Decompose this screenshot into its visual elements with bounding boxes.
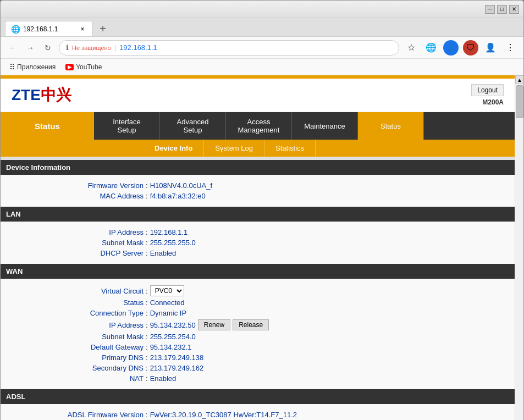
nav-item-status-left[interactable]: Status [1, 112, 94, 140]
adsl-fw-value: FwVer:3.20.19.0_TC3087 HwVer:T14.F7_11.2 [150, 411, 297, 419]
back-button[interactable]: ← [6, 41, 19, 54]
nav-status-right-label: Status [380, 122, 401, 130]
device-info-header: Device Information [1, 160, 515, 175]
new-tab-button[interactable]: + [95, 21, 111, 36]
tab-close-button[interactable]: × [78, 25, 87, 34]
gateway-label: Default Gateway [56, 343, 144, 351]
router-header: ZTE中兴 Logout M200A [1, 79, 515, 112]
lan-subnet-label: Subnet Mask [56, 239, 144, 247]
wan-ip-row: IP Address : 95.134.232.50 Renew Release [56, 318, 504, 331]
gateway-value: 95.134.232.1 [150, 343, 192, 351]
window-controls[interactable]: ─ □ ✕ [485, 5, 519, 14]
dns2-label: Secondary DNS [56, 364, 144, 372]
header-right: Logout M200A [471, 84, 504, 106]
apps-grid-icon: ⠿ [9, 63, 15, 71]
nat-value: Enabled [150, 374, 176, 383]
security-label: Не защищено [72, 45, 111, 51]
title-bar: ─ □ ✕ [1, 1, 523, 18]
lan-ip-label: IP Address [56, 228, 144, 236]
bookmark-youtube[interactable]: ▶ YouTube [62, 62, 105, 72]
release-button[interactable]: Release [233, 319, 269, 330]
url-domain: 192.168.1.1 [119, 43, 157, 52]
nav-item-status-right[interactable]: Status [358, 112, 424, 140]
wan-content: Virtual Circuit : PVC0 Status : Connecte… [1, 279, 515, 389]
profile-icon-1[interactable]: 👤 [443, 40, 459, 56]
adsl-header: ADSL [1, 389, 515, 404]
lan-subnet-value: 255.255.255.0 [150, 239, 196, 247]
vc-select[interactable]: PVC0 [150, 285, 184, 296]
scroll-track [515, 119, 523, 420]
lan-dhcp-value: Enabled [150, 249, 176, 257]
url-bar[interactable]: ℹ Не защищено | 192.168.1.1 [59, 40, 399, 56]
vc-row: Virtual Circuit : PVC0 [56, 284, 504, 297]
sub-nav: Device Info System Log Statistics [1, 140, 515, 157]
youtube-icon: ▶ [65, 64, 74, 70]
model-name: M200A [482, 98, 504, 106]
wan-header: WAN [1, 264, 515, 279]
firmware-value: H108NV4.0.0cUA_f [150, 181, 212, 190]
nat-row: NAT : Enabled [56, 373, 504, 384]
subnav-device-info[interactable]: Device Info [144, 140, 204, 157]
lan-content: IP Address : 192.168.1.1 Subnet Mask : 2… [1, 222, 515, 264]
nav-item-maintenance[interactable]: Maintenance [292, 112, 358, 140]
gateway-row: Default Gateway : 95.134.232.1 [56, 342, 504, 352]
bookmarks-bar: ⠿ Приложения ▶ YouTube [1, 59, 523, 75]
wan-status-row: Status : Connected [56, 297, 504, 308]
wan-subnet-row: Subnet Mask : 255.255.254.0 [56, 331, 504, 342]
conn-type-label: Connection Type [56, 309, 144, 317]
forward-button[interactable]: → [24, 41, 37, 54]
maximize-button[interactable]: □ [497, 5, 507, 14]
wan-ip-label: IP Address [56, 321, 144, 329]
conn-type-value: Dynamic IP [150, 309, 186, 317]
reload-button[interactable]: ↻ [41, 41, 54, 54]
wan-label: WAN [6, 267, 23, 275]
wan-subnet-value: 255.255.254.0 [150, 333, 196, 341]
url-divider: | [114, 43, 116, 52]
nav-maintenance-label: Maintenance [304, 122, 345, 130]
profile-icon-2[interactable]: 👤 [483, 40, 498, 56]
nav-interface-label: InterfaceSetup [113, 118, 141, 134]
main-nav: Status InterfaceSetup AdvancedSetup Acce… [1, 112, 515, 140]
mac-row: MAC Address : f4:b8:a7:a3:32:e0 [56, 191, 504, 201]
dns2-value: 213.179.249.162 [150, 364, 204, 372]
bookmark-apps[interactable]: ⠿ Приложения [6, 62, 59, 73]
scroll-up-button[interactable]: ▲ [515, 75, 523, 84]
menu-icon[interactable]: ⋮ [503, 40, 518, 56]
nav-item-access[interactable]: AccessManagement [226, 112, 292, 140]
browser-tab[interactable]: 🌐 192.168.1.1 × [5, 21, 93, 36]
adsl-content: ADSL Firmware Version : FwVer:3.20.19.0_… [1, 404, 515, 420]
toolbar-icons: ☆ 🌐 👤 🛡 👤 ⋮ [404, 40, 518, 56]
page-content: ZTE中兴 Logout M200A Status InterfaceSetup… [1, 75, 523, 420]
dns2-row: Secondary DNS : 213.179.249.162 [56, 363, 504, 373]
tab-title: 192.168.1.1 [23, 25, 58, 33]
subnav-statistics[interactable]: Statistics [264, 140, 316, 157]
renew-button[interactable]: Renew [198, 319, 230, 330]
wan-status-value: Connected [150, 299, 185, 307]
nav-item-advanced[interactable]: AdvancedSetup [160, 112, 226, 140]
dns1-row: Primary DNS : 213.179.249.138 [56, 352, 504, 363]
subnav-system-log[interactable]: System Log [204, 140, 264, 157]
tab-favicon-icon: 🌐 [11, 25, 20, 34]
adsl-fw-row: ADSL Firmware Version : FwVer:3.20.19.0_… [56, 410, 504, 420]
nat-label: NAT [56, 374, 144, 383]
scrollbar[interactable]: ▲ ▼ [515, 75, 523, 420]
lan-ip-value: 192.168.1.1 [150, 228, 188, 236]
apps-label: Приложения [17, 63, 56, 71]
shield-icon[interactable]: 🛡 [463, 40, 478, 56]
firmware-label: Firmware Version [56, 181, 144, 190]
adsl-fw-label: ADSL Firmware Version [56, 411, 144, 419]
nav-item-interface[interactable]: InterfaceSetup [94, 112, 160, 140]
globe-icon[interactable]: 🌐 [423, 40, 439, 56]
address-bar: ← → ↻ ℹ Не защищено | 192.168.1.1 ☆ 🌐 👤 … [1, 37, 523, 59]
lan-dhcp-label: DHCP Server [56, 249, 144, 257]
adsl-label: ADSL [6, 393, 25, 401]
scroll-thumb[interactable] [516, 85, 523, 118]
tab-bar: 🌐 192.168.1.1 × + [1, 18, 523, 37]
logout-button[interactable]: Logout [471, 84, 504, 96]
wan-status-label: Status [56, 299, 144, 307]
device-info-label: Device Information [6, 163, 70, 172]
close-button[interactable]: ✕ [509, 5, 519, 14]
star-icon[interactable]: ☆ [404, 40, 419, 56]
minimize-button[interactable]: ─ [485, 5, 495, 14]
nav-advanced-label: AdvancedSetup [177, 118, 209, 134]
